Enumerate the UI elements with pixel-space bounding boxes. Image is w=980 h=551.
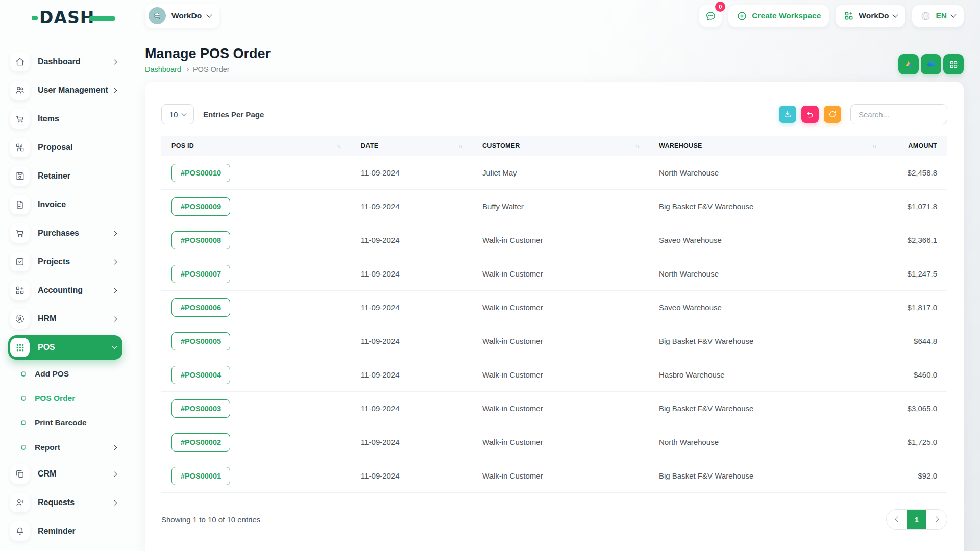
workspace-avatar [149,7,166,24]
messages-button[interactable]: 0 [699,5,722,27]
table-row: #POS00008 11-09-2024 Walk-in Customer Sa… [161,223,947,257]
refresh-button[interactable] [824,106,841,123]
header-date: DATE↑↓ [351,142,472,149]
logo-dash-icon [32,16,38,20]
chat-bubble-icon [705,10,717,22]
onedrive-icon [925,58,937,70]
bell-icon [10,521,30,541]
chevron-down-icon [206,12,212,17]
header-customer: CUSTOMER↑↓ [472,142,649,149]
apps-grid-button[interactable] [943,54,964,74]
header-pos-id: POS ID↑↓ [161,142,351,149]
cell-customer: Buffy Walter [472,202,649,211]
table-row: #POS00002 11-09-2024 Walk-in Customer No… [161,425,947,459]
table-row: #POS00004 11-09-2024 Walk-in Customer Ha… [161,358,947,392]
sidebar-item-accounting[interactable]: Accounting [8,278,122,303]
cell-warehouse: North Warehouse [649,168,886,177]
sidebar-subitem-add-pos[interactable]: Add POS [8,364,122,384]
cell-warehouse: Big Basket F&V Warehouse [649,404,886,413]
undo-button[interactable] [801,106,819,123]
workspace-switcher[interactable]: WorkDo [145,4,219,28]
pos-id-badge[interactable]: #POS00006 [172,298,230,317]
language-selector[interactable]: EN [912,5,964,27]
showing-entries-text: Showing 1 to 10 of 10 entries [161,515,260,524]
onedrive-button[interactable] [921,54,941,74]
cell-amount: $2,458.8 [886,168,947,177]
cell-date: 11-09-2024 [351,202,472,211]
app-logo[interactable]: DASH [32,9,94,27]
pos-id-badge[interactable]: #POS00007 [172,265,230,283]
table-row: #POS00009 11-09-2024 Buffy Walter Big Ba… [161,190,947,223]
pos-id-badge[interactable]: #POS00009 [172,197,230,216]
pagination-next-button[interactable] [926,509,947,530]
pos-id-badge[interactable]: #POS00002 [172,433,230,452]
entries-per-page-select[interactable]: 10 [161,104,194,124]
sidebar-subitem-report[interactable]: Report [8,437,122,458]
chevron-right-icon [112,445,117,450]
sort-icon[interactable]: ↑↓ [337,143,340,149]
cell-warehouse: North Warehouse [649,269,886,278]
sidebar-item-pos[interactable]: POS [8,335,122,360]
cell-amount: $92.0 [886,471,947,480]
sidebar-item-projects[interactable]: Projects [8,249,122,274]
sidebar-item-user-management[interactable]: User Management [8,78,122,103]
sidebar: Dashboard User Management Items Proposal… [8,49,136,547]
sidebar-item-reminder[interactable]: Reminder [8,519,122,543]
table-row: #POS00005 11-09-2024 Walk-in Customer Bi… [161,324,947,358]
user-plus-icon [10,493,30,512]
pos-id-badge[interactable]: #POS00003 [172,399,230,418]
pagination-prev-button[interactable] [887,509,907,530]
chevron-right-icon [112,471,117,477]
cell-date: 11-09-2024 [351,303,472,312]
cart-icon [10,223,30,243]
pos-id-badge[interactable]: #POS00004 [172,366,230,384]
table-row: #POS00010 11-09-2024 Juliet May North Wa… [161,156,947,190]
sidebar-item-retainer[interactable]: Retainer [8,164,122,188]
sidebar-item-hrm[interactable]: HRM [8,307,122,331]
sort-icon[interactable]: ↑↓ [872,143,876,149]
sidebar-subitem-pos-order[interactable]: POS Order [8,388,122,409]
chevron-right-icon [112,231,117,236]
sidebar-item-items[interactable]: Items [8,107,122,131]
messages-badge: 0 [715,2,725,12]
search-input[interactable] [850,104,947,124]
table-row: #POS00001 11-09-2024 Walk-in Customer Bi… [161,459,947,493]
pos-id-badge[interactable]: #POS00008 [172,231,230,249]
create-workspace-label: Create Workspace [752,11,821,20]
sidebar-subitem-print-barcode[interactable]: Print Barcode [8,413,122,433]
page-title: Manage POS Order [145,45,964,62]
pagination-page-1[interactable]: 1 [907,509,926,530]
sidebar-item-invoice[interactable]: Invoice [8,192,122,217]
cell-date: 11-09-2024 [351,438,472,446]
sort-icon[interactable]: ↑↓ [635,143,639,149]
pos-id-badge[interactable]: #POS00010 [172,164,230,182]
breadcrumb: Dashboard POS Order [145,65,964,73]
sidebar-item-crm[interactable]: CRM [8,462,122,486]
pos-id-badge[interactable]: #POS00005 [172,332,230,350]
sidebar-item-purchases[interactable]: Purchases [8,221,122,245]
page-actions [898,54,964,74]
chevron-right-icon [112,288,117,293]
chevron-right-icon [185,67,189,71]
dots-grid-icon [10,338,30,357]
breadcrumb-current: POS Order [193,65,230,73]
cell-customer: Juliet May [472,168,649,177]
google-drive-button[interactable] [898,54,919,74]
table-controls: 10 Entries Per Page [161,82,947,124]
pos-id-badge[interactable]: #POS00001 [172,467,230,485]
sidebar-item-proposal[interactable]: Proposal [8,135,122,160]
cell-warehouse: Saveo Warehouse [649,303,886,312]
chevron-down-icon [112,344,117,349]
breadcrumb-dashboard-link[interactable]: Dashboard [145,65,181,73]
logo-bar-icon [89,16,115,21]
download-icon [783,110,792,119]
company-menu-button[interactable]: WorkDo [836,5,905,27]
sort-icon[interactable]: ↑↓ [458,143,462,149]
cell-customer: Walk-in Customer [472,303,649,312]
sidebar-item-dashboard[interactable]: Dashboard [8,49,122,74]
export-button[interactable] [779,106,796,123]
cell-warehouse: Big Basket F&V Warehouse [649,202,886,211]
google-drive-icon [903,59,914,70]
create-workspace-button[interactable]: Create Workspace [728,5,829,27]
sidebar-item-requests[interactable]: Requests [8,490,122,515]
